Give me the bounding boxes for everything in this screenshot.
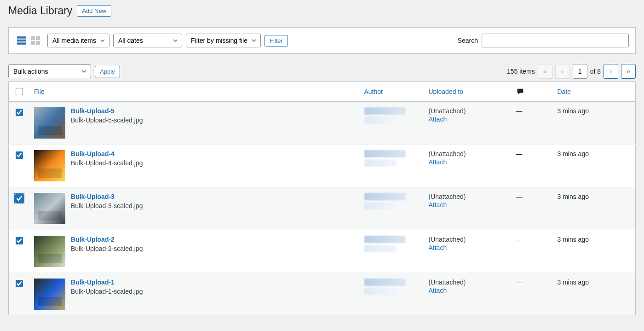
date-select[interactable]: All dates: [113, 34, 182, 47]
row-checkbox[interactable]: [16, 237, 23, 244]
row-checkbox[interactable]: [16, 109, 23, 116]
svg-rect-0: [17, 36, 26, 38]
date-cell: 3 mins ago: [553, 273, 636, 316]
table-row: Bulk-Upload-4Bulk-Upload-4-scaled.jpg(Un…: [9, 145, 636, 187]
comments-count: —: [512, 145, 553, 187]
author-redacted: [364, 107, 406, 115]
file-title-link[interactable]: Bulk-Upload-1: [71, 279, 115, 286]
grid-view-button[interactable]: [29, 34, 42, 47]
author-redacted: [364, 116, 397, 124]
svg-rect-8: [38, 126, 62, 135]
table-row: Bulk-Upload-3Bulk-Upload-3-scaled.jpg(Un…: [9, 187, 636, 230]
file-name: Bulk-Upload-3-scaled.jpg: [71, 202, 143, 209]
svg-rect-10: [38, 168, 62, 178]
attach-link[interactable]: Attach: [429, 158, 447, 166]
comments-count: —: [512, 187, 553, 230]
svg-rect-12: [38, 211, 62, 221]
thumbnail[interactable]: [34, 150, 65, 181]
comments-count: —: [512, 230, 553, 273]
comments-icon[interactable]: [516, 87, 548, 96]
date-cell: 3 mins ago: [553, 145, 636, 187]
attach-status: (Unattached): [429, 279, 507, 286]
svg-rect-3: [31, 36, 35, 40]
thumbnail[interactable]: [34, 236, 65, 267]
search-label: Search: [458, 37, 478, 44]
thumbnail[interactable]: [34, 279, 65, 310]
author-redacted: [364, 159, 397, 167]
bulk-actions-select[interactable]: Bulk actions: [8, 64, 91, 78]
attach-status: (Unattached): [429, 193, 507, 200]
items-count: 155 items: [507, 68, 535, 75]
author-redacted: [364, 150, 406, 157]
author-redacted: [364, 193, 406, 200]
missing-file-select[interactable]: Filter by missing file: [186, 34, 261, 47]
svg-rect-2: [17, 42, 26, 44]
attach-status: (Unattached): [429, 150, 507, 157]
row-checkbox[interactable]: [15, 194, 23, 203]
page-title: Media Library: [8, 5, 72, 17]
attach-status: (Unattached): [429, 107, 507, 115]
column-file[interactable]: File: [34, 88, 45, 95]
search-input[interactable]: [482, 34, 629, 47]
table-row: Bulk-Upload-1Bulk-Upload-1-scaled.jpg(Un…: [9, 273, 636, 316]
file-title-link[interactable]: Bulk-Upload-4: [71, 150, 115, 157]
date-cell: 3 mins ago: [553, 187, 636, 230]
author-redacted: [364, 288, 397, 295]
file-title-link[interactable]: Bulk-Upload-5: [71, 107, 115, 115]
last-page-button[interactable]: »: [621, 64, 636, 79]
list-view-button[interactable]: [15, 34, 28, 47]
attach-link[interactable]: Attach: [429, 287, 447, 294]
current-page-input[interactable]: [573, 64, 587, 79]
file-name: Bulk-Upload-4-scaled.jpg: [71, 159, 143, 167]
attach-status: (Unattached): [429, 236, 507, 243]
file-name: Bulk-Upload-2-scaled.jpg: [71, 245, 143, 252]
thumbnail[interactable]: [34, 107, 65, 139]
thumbnail[interactable]: [34, 193, 65, 224]
comments-count: —: [512, 273, 553, 316]
svg-rect-6: [36, 41, 40, 45]
apply-button[interactable]: Apply: [95, 66, 120, 77]
svg-rect-16: [38, 297, 62, 306]
attach-link[interactable]: Attach: [429, 116, 447, 123]
add-new-button[interactable]: Add New: [77, 5, 111, 17]
file-title-link[interactable]: Bulk-Upload-3: [71, 193, 115, 200]
attach-link[interactable]: Attach: [429, 244, 447, 251]
next-page-button[interactable]: ›: [604, 64, 618, 79]
first-page-button[interactable]: «: [538, 64, 552, 79]
file-title-link[interactable]: Bulk-Upload-2: [71, 236, 115, 243]
svg-rect-1: [17, 40, 26, 41]
column-date[interactable]: Date: [558, 88, 571, 95]
prev-page-button[interactable]: ‹: [555, 64, 570, 79]
media-table: File Author Uploaded to Date Bulk-Upload…: [8, 81, 636, 316]
column-uploaded-to[interactable]: Uploaded to: [429, 88, 464, 95]
date-cell: 3 mins ago: [553, 230, 636, 273]
file-name: Bulk-Upload-1-scaled.jpg: [71, 288, 143, 295]
author-redacted: [364, 202, 397, 209]
filter-toolbar: All media items All dates Filter by miss…: [8, 27, 636, 54]
row-checkbox[interactable]: [16, 151, 23, 159]
media-type-select[interactable]: All media items: [47, 34, 109, 47]
author-redacted: [364, 245, 397, 252]
author-redacted: [364, 279, 406, 286]
svg-rect-14: [38, 254, 62, 263]
date-cell: 3 mins ago: [553, 102, 636, 145]
attach-link[interactable]: Attach: [429, 201, 447, 209]
author-redacted: [364, 236, 406, 243]
row-checkbox[interactable]: [16, 280, 23, 287]
svg-rect-5: [31, 41, 35, 45]
filter-button[interactable]: Filter: [264, 35, 288, 46]
svg-rect-4: [36, 36, 40, 40]
select-all-checkbox[interactable]: [16, 88, 23, 95]
file-name: Bulk-Upload-5-scaled.jpg: [71, 116, 143, 124]
comments-count: —: [512, 102, 553, 145]
column-author[interactable]: Author: [364, 88, 383, 95]
table-row: Bulk-Upload-5Bulk-Upload-5-scaled.jpg(Un…: [9, 102, 636, 145]
table-row: Bulk-Upload-2Bulk-Upload-2-scaled.jpg(Un…: [9, 230, 636, 273]
total-pages-label: of 8: [590, 68, 601, 75]
